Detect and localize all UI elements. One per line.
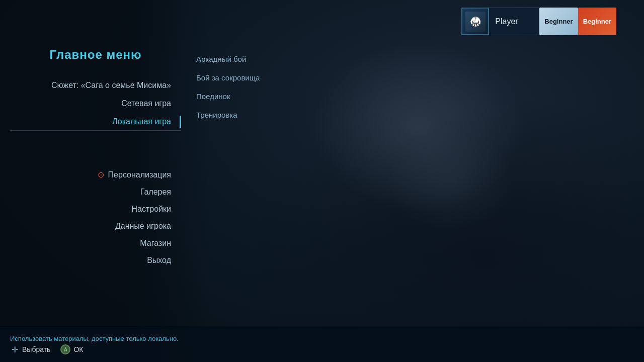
avatar-icon: 🥋 [465,12,486,32]
submenu-item-training[interactable]: Тренировка [196,108,260,122]
submenu-container: Аркадный бой Бой за сокровища Поединок Т… [181,48,260,122]
menu-item-exit[interactable]: Выход [10,252,181,269]
submenu-item-treasure[interactable]: Бой за сокровища [196,70,260,85]
menu-items: Сюжет: «Сага о семье Мисима» Сетевая игр… [10,77,181,131]
menu-item-shop[interactable]: Магазин [10,235,181,252]
ok-label: ОК [73,345,83,353]
menu-items-below: ⊙ Персонализация Галерея Настройки Данны… [10,166,181,269]
player-name: Player [495,17,518,26]
bottom-controls: ✛ Выбрать A ОК [10,344,634,354]
menu-item-network[interactable]: Сетевая игра [10,95,181,112]
main-content: Главное меню Сюжет: «Сага о семье Мисима… [0,0,644,327]
a-button: A [60,344,70,354]
menu-item-settings[interactable]: Настройки [10,201,181,218]
menu-item-gallery[interactable]: Галерея [10,184,181,201]
submenu-item-duel[interactable]: Поединок [196,89,260,104]
rank-badge-2: Beginner [578,8,616,35]
menu-item-player-data[interactable]: Данные игрока [10,218,181,235]
menu-item-local[interactable]: Локальная игра [10,113,181,131]
rank-badge-1: Beginner [539,8,578,35]
warning-icon: ⊙ [98,170,104,179]
player-avatar: 🥋 [461,8,489,35]
control-select: ✛ Выбрать [10,345,50,354]
bottom-hint: Использовать материалы, доступные только… [10,335,634,342]
menu-title: Главное меню [10,48,181,62]
submenu-item-arcade[interactable]: Аркадный бой [196,52,260,66]
menu-item-story[interactable]: Сюжет: «Сага о семье Мисима» [10,77,181,94]
menu-container: Главное меню Сюжет: «Сага о семье Мисима… [0,48,181,131]
menu-item-personal[interactable]: ⊙ Персонализация [10,166,181,184]
player-card: 🥋 Player Beginner Beginner [461,8,616,35]
dpad-icon: ✛ [10,345,19,354]
select-label: Выбрать [22,345,50,353]
control-ok: A ОК [60,344,83,354]
player-info: Player [489,8,539,35]
bottom-bar: Использовать материалы, доступные только… [0,327,644,362]
